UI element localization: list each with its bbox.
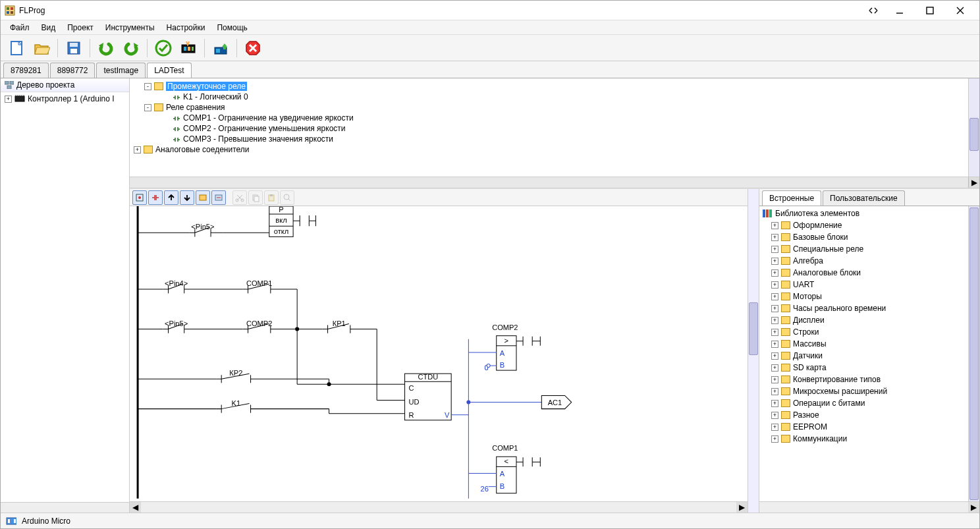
editor-btn-2[interactable] bbox=[148, 190, 163, 205]
library-item[interactable]: +Специальные реле bbox=[762, 243, 977, 255]
expand-icon[interactable]: + bbox=[771, 305, 778, 312]
resize-handle-icon[interactable] bbox=[869, 7, 878, 14]
expand-icon[interactable]: + bbox=[5, 96, 12, 103]
editor-vscroll[interactable] bbox=[748, 189, 759, 513]
library-item[interactable]: +Разное bbox=[762, 409, 977, 421]
library-item[interactable]: +Базовые блоки bbox=[762, 231, 977, 243]
expand-icon[interactable]: + bbox=[771, 317, 778, 324]
var-tree-folder[interactable]: -Реле сравнения bbox=[134, 102, 975, 113]
scroll-thumb[interactable] bbox=[969, 208, 979, 500]
open-file-button[interactable] bbox=[31, 38, 52, 59]
library-item[interactable]: +Конвертирование типов bbox=[762, 374, 977, 385]
ladder-canvas[interactable]: P вкл откл <Pin5> bbox=[130, 206, 748, 499]
editor-btn-1[interactable] bbox=[132, 190, 147, 205]
expand-icon[interactable]: + bbox=[771, 293, 778, 300]
editor-btn-up[interactable] bbox=[164, 190, 178, 205]
expand-icon[interactable]: - bbox=[144, 83, 151, 90]
doc-tab-2[interactable]: testImage bbox=[96, 63, 146, 78]
expand-icon[interactable]: + bbox=[771, 222, 778, 229]
expand-icon[interactable]: + bbox=[771, 435, 778, 443]
menu-file[interactable]: Файл bbox=[5, 22, 35, 34]
variable-tree-hscroll[interactable]: ▶ bbox=[130, 177, 979, 188]
editor-btn-down[interactable] bbox=[180, 190, 194, 205]
expand-icon[interactable]: + bbox=[771, 258, 778, 265]
library-item[interactable]: +Часы реального времени bbox=[762, 302, 977, 314]
var-tree-folder[interactable]: +Аналоговые соеденители bbox=[134, 144, 975, 155]
stop-button[interactable] bbox=[242, 38, 263, 59]
expand-icon[interactable]: + bbox=[771, 341, 778, 348]
save-button[interactable] bbox=[63, 38, 84, 59]
editor-btn-6[interactable] bbox=[211, 190, 226, 205]
scroll-thumb[interactable] bbox=[749, 302, 758, 355]
maximize-button[interactable] bbox=[915, 1, 945, 20]
close-button[interactable] bbox=[945, 1, 975, 20]
scroll-thumb[interactable] bbox=[969, 118, 979, 151]
library-item[interactable]: +Датчики bbox=[762, 350, 977, 362]
var-tree-item[interactable]: COMP3 - Превышение значения яркости bbox=[134, 134, 975, 144]
expand-icon[interactable]: + bbox=[771, 281, 778, 289]
library-item[interactable]: +Моторы bbox=[762, 291, 977, 302]
library-item[interactable]: +Дисплеи bbox=[762, 314, 977, 326]
scroll-right-icon[interactable]: ▶ bbox=[736, 502, 748, 513]
expand-icon[interactable]: + bbox=[771, 329, 778, 336]
expand-icon[interactable]: - bbox=[144, 104, 151, 111]
var-tree-item[interactable]: COMP2 - Ограничение уменьшения яркости bbox=[134, 123, 975, 134]
library-tab-builtin[interactable]: Встроенные bbox=[762, 190, 821, 206]
expand-icon[interactable]: + bbox=[771, 400, 778, 407]
library-item[interactable]: +Микросхемы расширений bbox=[762, 385, 977, 397]
undo-button[interactable] bbox=[95, 38, 117, 59]
menu-view[interactable]: Вид bbox=[36, 22, 61, 34]
library-item[interactable]: +EEPROM bbox=[762, 421, 977, 433]
library-vscroll[interactable] bbox=[968, 206, 979, 501]
expand-icon[interactable]: + bbox=[771, 376, 778, 383]
upload-button[interactable] bbox=[210, 38, 231, 59]
project-tree[interactable]: + Контроллер 1 (Arduino I bbox=[1, 92, 129, 502]
editor-btn-5[interactable] bbox=[196, 190, 210, 205]
compile-button[interactable] bbox=[178, 38, 199, 59]
expand-icon[interactable]: + bbox=[771, 352, 778, 360]
library-item[interactable]: +Массивы bbox=[762, 338, 977, 350]
library-item[interactable]: +Коммуникации bbox=[762, 433, 977, 445]
doc-tab-0[interactable]: 8789281 bbox=[3, 63, 49, 78]
expand-icon[interactable]: + bbox=[134, 146, 141, 153]
scroll-right-icon[interactable]: ▶ bbox=[968, 177, 979, 188]
expand-icon[interactable]: + bbox=[771, 412, 778, 419]
doc-tab-3[interactable]: LADTest bbox=[147, 63, 191, 78]
ladder-canvas-wrap[interactable]: P вкл откл <Pin5> bbox=[130, 206, 748, 501]
redo-button[interactable] bbox=[121, 38, 142, 59]
expand-icon[interactable]: + bbox=[771, 388, 778, 395]
library-hscroll[interactable]: ▶ bbox=[759, 501, 979, 513]
library-list[interactable]: Библиотека элементов +Оформление+Базовые… bbox=[759, 206, 979, 501]
library-item[interactable]: +Аналоговые блоки bbox=[762, 267, 977, 279]
var-tree-folder[interactable]: -Промежуточное реле bbox=[134, 81, 975, 92]
expand-icon[interactable]: + bbox=[771, 364, 778, 372]
menu-help[interactable]: Помощь bbox=[211, 22, 252, 34]
minimize-button[interactable] bbox=[885, 1, 915, 20]
menu-settings[interactable]: Настройки bbox=[161, 22, 211, 34]
var-tree-item[interactable]: COMP1 - Ограничение на уведичение яркост… bbox=[134, 113, 975, 123]
menu-tools[interactable]: Инструменты bbox=[100, 22, 160, 34]
expand-icon[interactable]: + bbox=[771, 234, 778, 241]
library-item[interactable]: +Алгебра bbox=[762, 255, 977, 267]
library-item[interactable]: +Строки bbox=[762, 326, 977, 338]
new-file-button[interactable] bbox=[6, 38, 27, 59]
project-tree-item[interactable]: + Контроллер 1 (Arduino I bbox=[3, 94, 126, 104]
library-item[interactable]: +SD карта bbox=[762, 362, 977, 374]
menu-project[interactable]: Проект bbox=[62, 22, 99, 34]
editor-hscroll[interactable]: ◀ ▶ bbox=[130, 501, 748, 513]
variable-tree-vscroll[interactable] bbox=[968, 78, 979, 177]
variable-tree[interactable]: -Промежуточное релеK1 - Логический 0-Рел… bbox=[130, 78, 979, 177]
var-tree-item[interactable]: K1 - Логический 0 bbox=[134, 92, 975, 102]
library-tab-user[interactable]: Пользовательские bbox=[823, 190, 905, 206]
expand-icon[interactable]: + bbox=[771, 424, 778, 431]
doc-tab-1[interactable]: 8898772 bbox=[50, 63, 95, 78]
scroll-left-icon[interactable]: ◀ bbox=[130, 502, 141, 513]
scroll-right-icon[interactable]: ▶ bbox=[968, 502, 979, 513]
library-item[interactable]: +Оформление bbox=[762, 219, 977, 231]
left-hscroll[interactable] bbox=[1, 502, 129, 513]
library-item[interactable]: +UART bbox=[762, 279, 977, 291]
library-item[interactable]: +Операции с битами bbox=[762, 397, 977, 409]
expand-icon[interactable]: + bbox=[771, 246, 778, 253]
verify-button[interactable] bbox=[153, 38, 174, 59]
expand-icon[interactable]: + bbox=[771, 269, 778, 277]
